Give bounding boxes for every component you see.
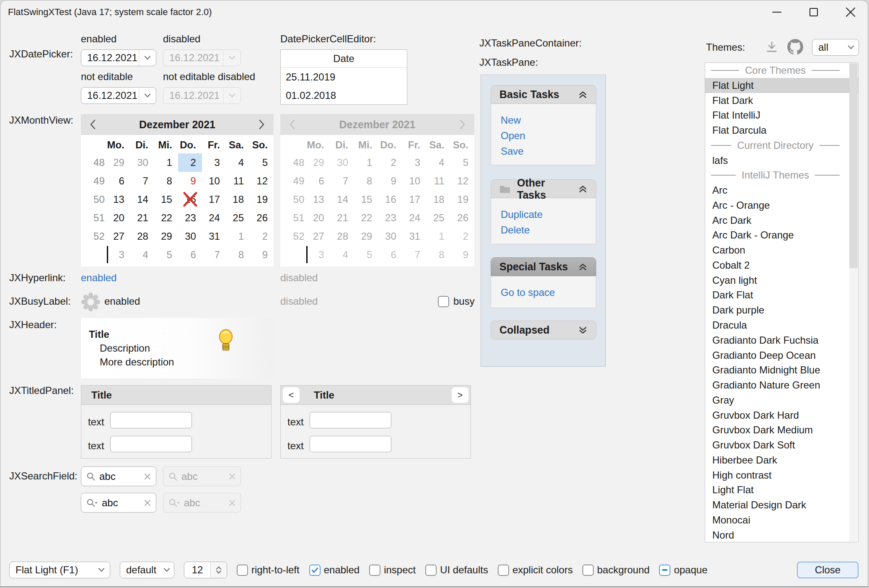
calendar-day[interactable]: 9 (250, 246, 274, 264)
maximize-button[interactable] (795, 0, 832, 24)
calendar-day[interactable]: 4 (226, 153, 250, 172)
datepicker-noteditable-combo[interactable]: 16.12.2021 (81, 87, 156, 104)
checkbox-box[interactable] (369, 565, 380, 576)
calendar-day[interactable]: 6 (106, 172, 130, 190)
calendar-day[interactable]: 14 (130, 190, 154, 209)
theme-list-item[interactable]: Gruvbox Dark Soft (705, 438, 858, 453)
next-month-button[interactable] (250, 114, 274, 135)
checkbox-background[interactable]: background (582, 564, 649, 576)
theme-list-item[interactable]: Flat Dark (705, 93, 858, 108)
checkbox-opaque[interactable]: opaque (659, 564, 707, 576)
text-input[interactable] (310, 412, 391, 428)
date-table-row[interactable]: 25.11.2019 (281, 68, 407, 86)
theme-list-item[interactable]: Arc Dark (705, 213, 858, 228)
chevron-down-icon[interactable] (160, 562, 174, 578)
calendar-day[interactable]: 27 (106, 227, 130, 246)
calendar-day[interactable]: 8 (226, 246, 250, 264)
calendar-day[interactable]: 3 (106, 246, 130, 264)
text-input[interactable] (110, 436, 192, 452)
calendar-day[interactable]: 26 (250, 209, 274, 227)
calendar-day[interactable]: 7 (202, 246, 226, 264)
calendar-day[interactable]: 23 (178, 209, 202, 227)
hyperlink-enabled[interactable]: enabled (81, 272, 116, 284)
titled-panel-left-button[interactable]: < (283, 387, 300, 403)
task-link[interactable]: Open (501, 128, 596, 143)
theme-list-item[interactable]: Arc Dark - Orange (705, 228, 858, 243)
chevron-down-icon[interactable] (93, 562, 110, 578)
theme-list-item[interactable]: Flat IntelliJ (705, 108, 858, 123)
theme-list-item[interactable]: Arc (705, 183, 858, 198)
style-combo[interactable]: default (120, 562, 174, 578)
calendar-day[interactable]: 16 (178, 190, 202, 209)
theme-list-item[interactable]: Gradianto Nature Green (705, 378, 858, 393)
theme-list-item[interactable]: Gradianto Deep Ocean (705, 348, 858, 363)
checkbox-inspect[interactable]: inspect (369, 564, 416, 576)
theme-list-item[interactable]: Gruvbox Dark Hard (705, 408, 858, 423)
theme-list-item[interactable]: Hiberbee Dark (705, 453, 858, 468)
calendar-day[interactable]: 18 (226, 190, 250, 209)
chevron-down-icon[interactable] (843, 39, 859, 55)
checkbox-box[interactable] (309, 565, 321, 576)
text-input[interactable] (310, 436, 391, 452)
task-link[interactable]: Go to space (501, 285, 596, 300)
spinner-up-down-icon[interactable] (210, 562, 227, 578)
font-size-spinner[interactable]: 12 (184, 562, 227, 578)
search-field-enabled[interactable]: abc (81, 466, 156, 486)
calendar-day[interactable]: 2 (178, 153, 202, 172)
github-button[interactable] (787, 39, 803, 57)
calendar-day[interactable]: 10 (202, 172, 226, 190)
minimize-button[interactable] (758, 0, 795, 24)
calendar-day[interactable]: 7 (130, 172, 154, 190)
task-link[interactable]: New (501, 112, 596, 128)
calendar-day[interactable]: 21 (130, 209, 154, 227)
themes-list[interactable]: Core ThemesFlat LightFlat DarkFlat Intel… (705, 62, 859, 542)
download-themes-button[interactable] (766, 41, 778, 56)
calendar-day[interactable]: 4 (130, 246, 154, 264)
date-cell-editor-table[interactable]: Date 25.11.201901.02.2018 (280, 49, 407, 105)
previous-month-button[interactable] (81, 114, 104, 135)
checkbox-right-to-left[interactable]: right-to-left (237, 564, 300, 576)
theme-list-item[interactable]: Gradianto Midnight Blue (705, 363, 858, 378)
calendar-day[interactable]: 6 (178, 246, 202, 264)
themes-scrollbar[interactable] (849, 63, 858, 541)
taskpane-group-header[interactable]: Basic Tasks (491, 85, 596, 104)
calendar-day[interactable]: 13 (106, 190, 130, 209)
monthview-enabled[interactable]: Dezember 2021 Mo.Di.Mi.Do.Fr.Sa.So.48293… (81, 114, 274, 267)
calendar-day[interactable]: 28 (130, 227, 154, 246)
calendar-day[interactable]: 8 (154, 172, 178, 190)
date-table-row[interactable]: 01.02.2018 (281, 86, 407, 105)
clear-icon[interactable] (144, 473, 151, 480)
theme-list-item[interactable]: Dracula (705, 318, 858, 333)
checkbox-enabled[interactable]: enabled (309, 564, 359, 576)
theme-list-item[interactable]: Flat Light (705, 78, 858, 93)
calendar-day[interactable]: 24 (202, 209, 226, 227)
laf-combo[interactable]: Flat Light (F1) (9, 562, 110, 578)
titled-panel-right-button[interactable]: > (452, 387, 468, 403)
taskpane-group-header[interactable]: Special Tasks (491, 257, 596, 276)
calendar-day[interactable]: 30 (178, 227, 202, 246)
chevron-down-icon[interactable] (139, 88, 156, 104)
theme-list-item[interactable]: Light Flat (705, 482, 858, 497)
calendar-day[interactable]: 29 (154, 227, 178, 246)
theme-list-item[interactable]: Cobalt 2 (705, 258, 858, 273)
calendar-day[interactable]: 1 (226, 227, 250, 246)
theme-list-item[interactable]: lafs (705, 153, 858, 168)
calendar-day[interactable]: 2 (250, 227, 274, 246)
checkbox-box[interactable] (498, 565, 509, 576)
theme-list-item[interactable]: Gruvbox Dark Medium (705, 422, 858, 438)
theme-list-item[interactable]: Arc - Orange (705, 198, 858, 213)
taskpane-group-header[interactable]: Other Tasks (491, 179, 596, 198)
checkbox-ui-defaults[interactable]: UI defaults (425, 564, 488, 576)
scrollbar-thumb[interactable] (849, 63, 858, 268)
calendar-day[interactable]: 31 (202, 227, 226, 246)
theme-list-item[interactable]: Dark Flat (705, 288, 858, 303)
calendar-day[interactable]: 25 (226, 209, 250, 227)
theme-list-item[interactable]: Material Design Dark (705, 497, 858, 513)
calendar-day[interactable]: 12 (250, 172, 274, 190)
calendar-day[interactable]: 1 (154, 153, 178, 172)
close-window-button[interactable] (832, 0, 868, 24)
calendar-day[interactable]: 5 (250, 153, 274, 172)
calendar-day[interactable]: 3 (202, 153, 226, 172)
close-button[interactable]: Close (797, 562, 859, 578)
calendar-day[interactable]: 29 (106, 153, 130, 172)
